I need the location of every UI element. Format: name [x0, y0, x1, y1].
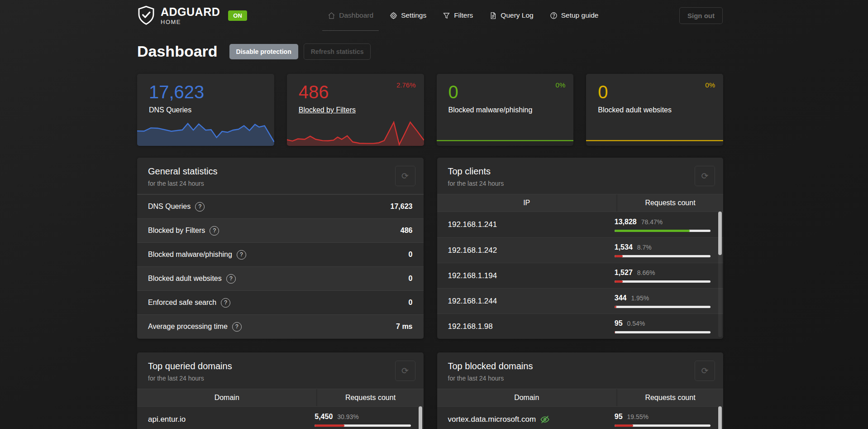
- statistics-label: Blocked adult websites: [148, 275, 222, 283]
- statistics-row: Blocked adult websites ? 0: [137, 266, 424, 290]
- refresh-panel-button[interactable]: ⟳: [695, 166, 715, 186]
- nav-label: Dashboard: [339, 11, 373, 19]
- panel-subtitle: for the last 24 hours: [148, 375, 413, 382]
- sparkline-chart: [137, 120, 274, 146]
- table-row: 192.168.1.244 344 1.95%: [437, 288, 724, 313]
- table-header: IP Requests count: [437, 194, 724, 212]
- row-name: 192.168.1.194: [448, 271, 615, 280]
- column-header-ip: IP: [437, 194, 617, 212]
- scrollbar[interactable]: [718, 406, 722, 429]
- scrollbar-thumb[interactable]: [718, 212, 722, 255]
- column-header-domain: Domain: [137, 389, 317, 406]
- panels-grid: General statistics for the last 24 hours…: [137, 158, 723, 429]
- request-count: 1,534: [615, 243, 633, 251]
- scrollbar-thumb[interactable]: [718, 406, 722, 429]
- protection-status-badge: ON: [228, 10, 247, 21]
- nav-label: Setup guide: [561, 11, 599, 19]
- row-name: 192.168.1.98: [448, 322, 615, 331]
- statistics-value: 7 ms: [396, 323, 412, 331]
- refresh-panel-button[interactable]: ⟳: [395, 361, 415, 381]
- request-percent: 8.66%: [637, 269, 655, 276]
- refresh-panel-button[interactable]: ⟳: [695, 361, 715, 381]
- column-header-requests-count: Requests count: [617, 194, 723, 212]
- panel-title: Top queried domains: [148, 361, 413, 371]
- refresh-panel-button[interactable]: ⟳: [395, 166, 415, 186]
- help-icon[interactable]: ?: [195, 202, 205, 212]
- shield-logo-icon: [137, 5, 155, 25]
- row-name: 192.168.1.244: [448, 297, 615, 306]
- column-header-requests-count: Requests count: [317, 389, 423, 406]
- panel-header: Top clients for the last 24 hours: [437, 158, 724, 194]
- help-icon[interactable]: ?: [210, 226, 219, 236]
- statistics-label: DNS Queries: [148, 202, 191, 211]
- statistics-row: DNS Queries ? 17,623: [137, 194, 424, 218]
- progress-bar-fill: [615, 424, 633, 427]
- column-header-domain: Domain: [437, 389, 617, 406]
- column-header-requests-count: Requests count: [617, 389, 723, 406]
- scrollbar-thumb[interactable]: [419, 406, 422, 429]
- scrollbar[interactable]: [718, 211, 722, 337]
- progress-bar-fill: [615, 255, 623, 257]
- panel-title: General statistics: [148, 166, 413, 177]
- progress-bar-fill: [615, 230, 690, 232]
- nav-item-query-log[interactable]: Query Log: [483, 0, 539, 31]
- help-icon[interactable]: ?: [237, 250, 246, 260]
- stat-card: 0% 0 Blocked adult websites: [586, 74, 723, 146]
- statistics-row: Enforced safe search ? 0: [137, 290, 424, 314]
- nav-item-settings[interactable]: Settings: [383, 0, 433, 31]
- top-blocked-rows: vortex.data.microsoft.com 95 19.55%: [437, 407, 724, 429]
- top-blocked-domains-panel: Top blocked domains for the last 24 hour…: [437, 352, 724, 429]
- brand-name: ADGUARD: [161, 6, 220, 18]
- top-queried-rows: api.entur.io 5,450 30.93%: [137, 407, 424, 429]
- sign-out-button[interactable]: Sign out: [679, 7, 723, 24]
- page-title: Dashboard: [137, 43, 218, 60]
- sparkline-chart: [287, 120, 424, 146]
- nav-item-setup-guide[interactable]: Setup guide: [544, 0, 605, 31]
- help-icon[interactable]: ?: [226, 274, 236, 284]
- sparkline-chart: [437, 120, 574, 146]
- stat-card-label: Blocked adult websites: [598, 106, 672, 114]
- scrollbar[interactable]: [419, 406, 422, 429]
- progress-bar: [615, 255, 711, 257]
- funnel-icon: [443, 12, 450, 19]
- statistics-value: 0: [409, 251, 413, 259]
- request-count: 5,450: [315, 413, 333, 421]
- stat-card-label: DNS Queries: [149, 106, 191, 114]
- statistics-row: Average processing time ? 7 ms: [137, 314, 424, 338]
- progress-bar: [315, 424, 410, 427]
- progress-bar: [615, 280, 711, 283]
- statistics-value: 0: [409, 275, 413, 283]
- general-statistics-rows: DNS Queries ? 17,623 Blocked by Filters …: [137, 194, 424, 338]
- nav-item-filters[interactable]: Filters: [436, 0, 479, 31]
- help-icon[interactable]: ?: [232, 322, 242, 332]
- panel-subtitle: for the last 24 hours: [148, 180, 413, 187]
- progress-bar-fill: [615, 331, 615, 333]
- request-percent: 19.55%: [627, 413, 649, 420]
- refresh-statistics-button[interactable]: Refresh statistics: [304, 43, 371, 60]
- row-requests: 1,534 8.7%: [615, 243, 712, 257]
- nav-item-dashboard[interactable]: Dashboard: [321, 0, 380, 31]
- request-count: 1,527: [615, 269, 633, 277]
- stat-card-percent: 0%: [556, 81, 566, 89]
- statistics-label: Enforced safe search: [148, 299, 216, 307]
- eye-off-icon: [540, 415, 550, 424]
- nav-label: Filters: [454, 11, 473, 19]
- panel-header: Top blocked domains for the last 24 hour…: [437, 352, 724, 389]
- statistics-label: Average processing time: [148, 323, 228, 331]
- disable-protection-button[interactable]: Disable protection: [229, 44, 298, 59]
- statistics-value: 0: [409, 299, 413, 307]
- row-name: vortex.data.microsoft.com: [448, 415, 615, 424]
- row-name: api.entur.io: [148, 415, 315, 424]
- home-icon: [328, 12, 335, 19]
- progress-bar: [615, 230, 711, 232]
- progress-bar-fill: [615, 306, 616, 308]
- progress-bar-fill: [315, 424, 344, 427]
- request-count: 95: [615, 413, 623, 421]
- main-nav: Dashboard Settings Filters Query Log Set…: [321, 0, 605, 31]
- nav-label: Query Log: [501, 11, 533, 19]
- stat-card-value: 17,623: [149, 82, 274, 102]
- stat-card-label[interactable]: Blocked by Filters: [299, 106, 356, 114]
- progress-bar: [615, 306, 711, 308]
- request-percent: 8.7%: [637, 244, 652, 251]
- help-icon[interactable]: ?: [221, 298, 230, 308]
